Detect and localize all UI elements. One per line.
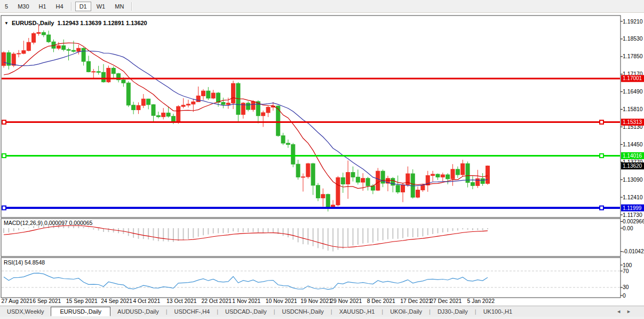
- candle-body: [391, 178, 395, 185]
- current-price-label-text: 1.13620: [623, 163, 642, 169]
- candle-body: [226, 103, 230, 105]
- price-tick-label: 1.14450: [623, 142, 643, 147]
- candle-body: [211, 93, 215, 98]
- candle-body: [147, 99, 150, 105]
- trading-terminal-window: 5M30H1H4D1W1MN 1.192101.185301.178501.17…: [0, 0, 644, 319]
- candle-body: [401, 185, 405, 192]
- tab-scroll-left-icon[interactable]: ◄: [616, 309, 626, 314]
- macd-panel-border: [1, 219, 621, 256]
- candle-body: [316, 185, 320, 198]
- date-label: 10 Nov 2021: [266, 298, 297, 304]
- macd-values: 0.000097 0.000065: [44, 220, 93, 226]
- candle-body: [141, 99, 145, 105]
- macd-tick-label: 0.002966: [623, 219, 644, 224]
- tab-dj30-daily[interactable]: DJ30-,Daily: [431, 308, 475, 315]
- candle-body: [102, 72, 106, 82]
- date-label: 27 Dec 2021: [430, 298, 462, 304]
- candle-body: [17, 53, 21, 54]
- hline-handle[interactable]: [2, 206, 6, 210]
- rsi-value: 54.8548: [25, 259, 45, 266]
- candle-body: [67, 50, 70, 50]
- tab-audusd-daily[interactable]: AUDUSD-,Daily: [110, 308, 166, 315]
- rsi-axis: 10070300: [621, 262, 632, 299]
- macd-tick-label: -0.010422: [623, 248, 644, 254]
- tab-usdcnh-daily[interactable]: USDCNH-,Daily: [275, 308, 331, 315]
- candle-body: [306, 164, 310, 177]
- rsi-name: RSI(14): [4, 259, 23, 266]
- tab-ukoil-daily[interactable]: UKOil-,Daily: [383, 308, 429, 315]
- hline-handle[interactable]: [600, 206, 603, 210]
- candle-body: [77, 48, 81, 51]
- hline-handle[interactable]: [2, 154, 6, 158]
- candle-body: [311, 164, 315, 185]
- price-tick-label: 1.16490: [623, 89, 643, 95]
- candle-body: [221, 102, 225, 104]
- candle-body: [32, 34, 36, 42]
- candle-body: [62, 45, 66, 49]
- chart-canvas: 1.192101.185301.178501.171701.164901.158…: [0, 0, 644, 319]
- candle-body: [251, 102, 255, 110]
- candle-body: [366, 178, 370, 186]
- tab-uk100-h1[interactable]: UK100-,H1: [476, 308, 519, 315]
- candlestick-series: [2, 25, 490, 212]
- tab-scroll-right-icon[interactable]: ►: [626, 309, 637, 314]
- candle-body: [451, 169, 455, 179]
- tab-xauusd-h1[interactable]: XAUUSD-,H1: [332, 308, 382, 315]
- date-axis: 27 Aug 20216 Sep 202115 Sep 202124 Sep 2…: [2, 298, 495, 304]
- candle-body: [481, 178, 484, 183]
- candle-body: [196, 96, 200, 102]
- rsi-panel-border: [1, 258, 621, 298]
- candle-body: [37, 33, 41, 34]
- macd-signal-line: [4, 225, 488, 247]
- date-label: 8 Dec 2021: [367, 298, 395, 304]
- candle-body: [112, 68, 115, 74]
- candle-body: [132, 105, 136, 110]
- symbol-dropdown-icon[interactable]: ▼: [4, 21, 9, 26]
- hline-handle[interactable]: [600, 120, 603, 124]
- price-tick-label: 1.13090: [623, 177, 643, 183]
- candle-body: [232, 83, 235, 103]
- candle-body: [486, 166, 489, 184]
- candle-body: [436, 174, 440, 177]
- price-label-1.17001-text: 1.17001: [623, 75, 642, 81]
- tab-usdx-weekly[interactable]: USDX,Weekly: [0, 308, 51, 315]
- macd-axis: 0.0029660.00-0.010422: [621, 219, 644, 254]
- candle-body: [321, 194, 325, 198]
- candle-body: [86, 61, 90, 72]
- candle-body: [261, 113, 265, 116]
- price-label-1.15313-text: 1.15313: [623, 119, 642, 125]
- candle-body: [351, 173, 355, 177]
- candle-body: [441, 175, 444, 177]
- candle-body: [47, 35, 51, 42]
- candle-body: [456, 169, 459, 175]
- candle-body: [177, 106, 180, 122]
- candle-body: [202, 91, 205, 96]
- hline-handle[interactable]: [600, 154, 603, 158]
- candle-body: [71, 50, 75, 51]
- macd-tick-label: 0.00: [623, 225, 633, 231]
- price-panel-border: [1, 15, 621, 217]
- hline-handle[interactable]: [2, 120, 6, 124]
- candle-body: [97, 72, 100, 72]
- candle-body: [406, 174, 410, 185]
- tab-usdchf-h4[interactable]: USDCHF-,H4: [168, 308, 217, 315]
- date-label: 19 Nov 2021: [300, 298, 332, 304]
- candle-body: [411, 174, 415, 197]
- candle-body: [126, 83, 130, 105]
- candle-body: [166, 113, 170, 116]
- tab-eurusd-daily[interactable]: EURUSD-,Daily: [51, 307, 110, 316]
- candle-body: [336, 177, 340, 205]
- tab-usdcad-daily[interactable]: USDCAD-,Daily: [218, 308, 274, 315]
- candle-body: [162, 113, 165, 116]
- chart-title: ▼EURUSD-,Daily 1.12943 1.13639 1.12891 1…: [4, 20, 147, 26]
- candle-body: [42, 33, 45, 35]
- candle-body: [341, 177, 345, 184]
- candle-body: [376, 171, 380, 190]
- ma-slow-line: [4, 51, 488, 186]
- price-label-1.11999-text: 1.11999: [623, 205, 642, 211]
- date-label: 27 Aug 2021: [2, 298, 33, 304]
- chart-symbol-period: EURUSD-,Daily: [12, 20, 54, 26]
- rsi-line: [4, 273, 488, 289]
- price-tick-label: 1.15810: [623, 106, 643, 112]
- candle-body: [206, 91, 210, 98]
